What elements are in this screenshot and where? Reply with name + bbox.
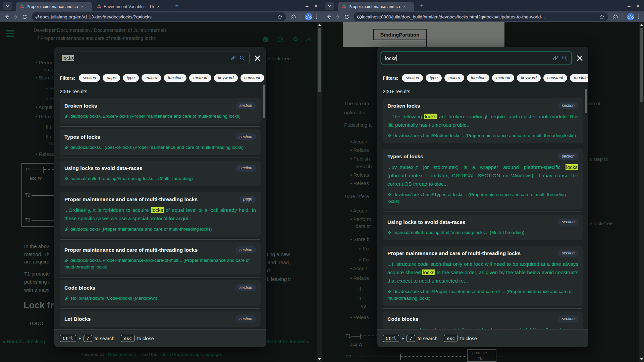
search-result[interactable]: Types of lockssection devdocs/locks/#Typ… — [60, 129, 261, 155]
url-text[interactable]: docs.julialang.org/en/v1.13-dev/devdocs/… — [40, 14, 277, 19]
filter-constant[interactable]: constant — [543, 74, 567, 82]
search-result[interactable]: Using locks to avoid data-racessection m… — [383, 215, 583, 240]
filter-method[interactable]: method — [189, 74, 211, 82]
tab-search-button[interactable] — [325, 2, 334, 10]
new-tab-button[interactable]: + — [420, 2, 424, 9]
search-query[interactable]: locks — [62, 55, 227, 61]
scroll-up-arrow[interactable] — [640, 24, 643, 26]
close-modal-button[interactable] — [575, 55, 584, 61]
scroll-thumb[interactable] — [318, 28, 321, 92]
result-link[interactable]: devdocs/locks/#Types-of-locks (Proper ma… — [64, 144, 256, 151]
forward-button[interactable] — [11, 14, 20, 19]
ctrl-key: Ctrl — [60, 335, 76, 342]
filter-section[interactable]: section — [79, 74, 100, 82]
bookmark-star-icon[interactable] — [277, 14, 283, 20]
result-title: Types of locks — [387, 153, 423, 160]
search-input[interactable]: locks — [58, 52, 250, 64]
result-link[interactable]: stdlib/Markdown/#Code-blocks (Markdown) — [64, 295, 256, 302]
filter-function[interactable]: function — [467, 74, 490, 82]
search-result[interactable]: Using locks to avoid data-racessection m… — [60, 161, 261, 186]
scroll-up-arrow[interactable] — [318, 24, 321, 26]
tab-proper-maintenance[interactable]: Proper maintenance and ca × — [338, 2, 414, 11]
back-button[interactable] — [325, 14, 333, 19]
close-window-button[interactable]: × — [314, 3, 317, 9]
link-icon[interactable] — [552, 55, 558, 61]
result-title: Proper maintenance and care of multi-thr… — [387, 250, 521, 257]
search-result[interactable]: Let Blockssection — [60, 311, 261, 327]
forward-icon — [335, 14, 340, 19]
modal-scrollbar[interactable] — [585, 89, 587, 113]
scroll-down-arrow[interactable] — [640, 358, 643, 360]
close-window-button[interactable]: × — [636, 3, 639, 9]
tab-close-icon[interactable]: × — [402, 4, 407, 9]
url-text[interactable]: localhost:8000/julia/doc/_build/html/en/… — [362, 14, 599, 19]
search-result[interactable]: Proper maintenance and care of multi-thr… — [60, 192, 261, 237]
search-result[interactable]: Broken lockssection ...The following loc… — [383, 98, 583, 143]
profile-avatar[interactable] — [305, 13, 312, 20]
filter-type[interactable]: type — [426, 74, 442, 82]
filter-type[interactable]: type — [123, 74, 139, 82]
tab-search-button[interactable] — [3, 2, 12, 10]
reload-button[interactable] — [20, 14, 29, 19]
modal-scrollbar[interactable] — [263, 85, 265, 118]
tab-close-icon[interactable]: × — [156, 4, 161, 9]
result-link[interactable]: devdocs/locks/ (Proper maintenance and c… — [64, 226, 256, 233]
search-icon[interactable] — [239, 55, 245, 61]
result-link[interactable]: devdocs/locks/#Broken-locks (Proper main… — [64, 113, 256, 120]
result-link[interactable]: devdocs/locks.html#Broken-locks... (Prop… — [387, 132, 578, 139]
forward-button[interactable] — [333, 14, 342, 19]
extensions-icon[interactable] — [291, 14, 297, 20]
filter-page[interactable]: page — [103, 74, 120, 82]
browser-menu-icon[interactable] — [316, 14, 317, 19]
close-modal-button[interactable] — [253, 55, 262, 61]
result-link[interactable]: manual/multi-threading.html#man-using-lo… — [387, 229, 578, 236]
filter-module[interactable]: module — [570, 74, 588, 82]
search-result[interactable]: Code blockssection stdlib/Markdown/#Code… — [60, 280, 261, 306]
search-icon[interactable] — [561, 55, 568, 61]
filter-method[interactable]: method — [492, 74, 514, 82]
search-modal: locks Filters: section type macro functi… — [377, 47, 588, 347]
tab-environment-variables[interactable]: Environment Variables · Th × — [93, 2, 169, 11]
scroll-thumb[interactable] — [640, 28, 643, 102]
filter-macro[interactable]: macro — [444, 74, 464, 82]
back-button[interactable] — [3, 14, 11, 19]
filter-keyword[interactable]: keyword — [517, 74, 541, 82]
reload-button[interactable] — [342, 14, 351, 19]
search-query[interactable]: locks — [385, 55, 549, 61]
result-badge: section — [558, 102, 578, 109]
url-bar[interactable]: localhost:8000/julia/doc/_build/html/en/… — [354, 12, 608, 21]
search-result[interactable]: Types of lockssection ...uv_mutex_t (or … — [383, 149, 583, 209]
search-input[interactable]: locks — [381, 52, 572, 64]
minimize-button[interactable]: – — [306, 3, 308, 9]
tab-close-icon[interactable]: × — [80, 4, 85, 9]
filter-macro[interactable]: macro — [142, 74, 161, 82]
new-tab-button[interactable]: + — [175, 2, 179, 9]
url-bar[interactable]: docs.julialang.org/en/v1.13-dev/devdocs/… — [32, 12, 286, 21]
result-link[interactable]: devdocs/locks.html#Types-of-locks... (Pr… — [387, 191, 578, 205]
scroll-down-arrow[interactable] — [318, 358, 321, 360]
result-link[interactable]: manual/multi-threading/#man-using-locks.… — [64, 175, 256, 182]
search-result[interactable]: Proper maintenance and care of multi-thr… — [383, 246, 583, 306]
filter-constant[interactable]: constant — [240, 74, 264, 82]
result-excerpt: ...). structure code such that only one … — [387, 260, 578, 285]
filter-section[interactable]: section — [402, 74, 423, 82]
search-results-panel: Filters: section type macro function met… — [377, 68, 588, 347]
plus-sign: + — [78, 336, 81, 341]
filter-function[interactable]: function — [164, 74, 186, 82]
search-result[interactable]: Proper maintenance and care of multi-thr… — [60, 242, 261, 275]
minimize-button[interactable]: – — [628, 3, 630, 9]
bookmark-star-icon[interactable] — [599, 14, 605, 20]
search-result[interactable]: Broken lockssection devdocs/locks/#Broke… — [60, 98, 261, 124]
result-link[interactable]: devdocs/locks.html#Proper-maintenance-an… — [387, 288, 578, 302]
page-scrollbar[interactable] — [317, 22, 322, 362]
browser-menu-icon[interactable] — [638, 14, 639, 19]
tab-proper-maintenance[interactable]: Proper maintenance and ca × — [16, 2, 92, 11]
profile-avatar[interactable] — [627, 13, 634, 20]
link-icon[interactable] — [230, 55, 236, 61]
tab-title: Environment Variables · Th — [104, 4, 154, 9]
extensions-icon[interactable] — [613, 14, 619, 20]
filter-keyword[interactable]: keyword — [214, 74, 238, 82]
page-scrollbar[interactable] — [639, 22, 644, 362]
result-link[interactable]: devdocs/locks/#Proper-maintenance-and-ca… — [64, 257, 256, 270]
link-icon — [64, 114, 69, 118]
